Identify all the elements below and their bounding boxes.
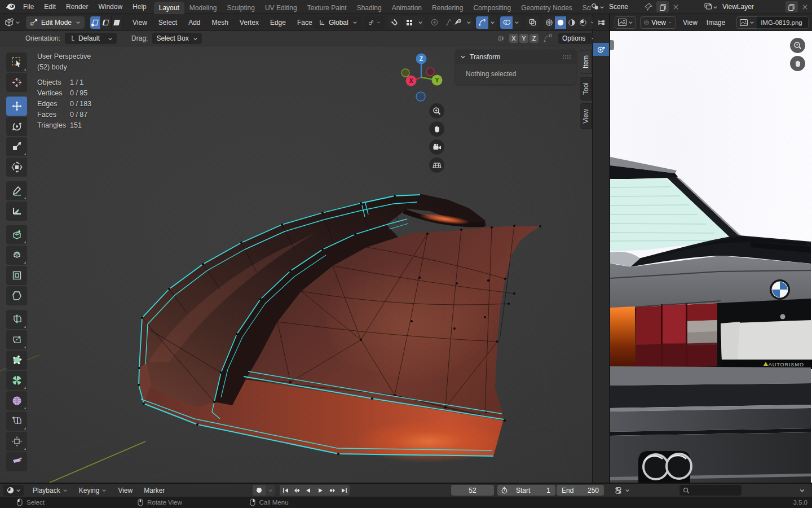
object-types-chevron[interactable] <box>465 16 473 29</box>
menu-select[interactable]: Select <box>153 19 183 27</box>
viewlayer-icon[interactable] <box>704 2 713 11</box>
workspace-tab-scripting[interactable]: Scripting <box>577 2 591 14</box>
toggle-xray-button[interactable] <box>526 16 539 29</box>
scene-icon[interactable] <box>590 2 599 11</box>
workspace-tab-shading[interactable]: Shading <box>352 2 387 14</box>
tool-loop-cut[interactable] <box>6 310 27 329</box>
snap-dropdown-chevron[interactable] <box>416 16 425 29</box>
mirror-icon[interactable] <box>496 34 506 43</box>
current-frame-field[interactable]: 52 <box>451 485 494 496</box>
camera-view-button[interactable] <box>429 139 444 155</box>
tool-inset[interactable] <box>6 266 27 285</box>
image-datablock-selector[interactable] <box>736 16 757 29</box>
tool-edge-slide[interactable] <box>6 411 27 431</box>
workspace-tab-texture-paint[interactable]: Texture Paint <box>302 2 352 14</box>
tool-scale[interactable] <box>6 137 27 156</box>
tool-knife[interactable] <box>6 330 27 349</box>
shading-rendered-button[interactable] <box>577 16 589 29</box>
workspace-tab-geometry-nodes[interactable]: Geometry Nodes <box>516 2 577 14</box>
region-gripper[interactable] <box>610 40 614 50</box>
select-mode-face-button[interactable] <box>112 16 122 29</box>
scene-copy-button[interactable] <box>656 1 669 12</box>
tool-transform[interactable] <box>6 157 27 177</box>
mesh-car-panel[interactable] <box>138 194 541 463</box>
image-editor-canvas[interactable]: AUTORISMO <box>610 31 812 483</box>
show-object-types-button[interactable] <box>451 16 465 29</box>
workspace-tab-animation[interactable]: Animation <box>387 2 427 14</box>
image-pin-selector[interactable] <box>615 487 630 494</box>
sidebar-tab-item[interactable]: Item <box>580 50 592 74</box>
tool-poly-build[interactable] <box>6 351 27 370</box>
gizmo-y-neg-axis[interactable] <box>401 69 409 77</box>
workspace-tab-sculpting[interactable]: Sculpting <box>222 2 260 14</box>
tool-move[interactable] <box>6 97 27 116</box>
scene-name[interactable]: Scene <box>609 3 628 11</box>
image-menu-image[interactable]: Image <box>702 19 730 27</box>
next-keyframe-button[interactable] <box>327 485 338 496</box>
timeline-menu-view[interactable]: View <box>112 487 138 494</box>
snap-projection-icon[interactable] <box>543 34 553 43</box>
zoom-button[interactable] <box>429 103 444 119</box>
viewlayer-copy-button[interactable] <box>785 1 798 12</box>
tool-cursor[interactable] <box>6 73 27 92</box>
timeline-menu-marker[interactable]: Marker <box>138 487 170 494</box>
overlays-chevron[interactable] <box>513 16 521 29</box>
select-mode-edge-button[interactable] <box>101 16 112 29</box>
viewport-3d[interactable]: User Perspective (52) body Objects1 / 1 … <box>0 46 592 483</box>
sidebar-tab-view[interactable]: View <box>580 103 592 129</box>
mirror-y-toggle[interactable]: Y <box>519 34 528 43</box>
viewlayer-remove-icon[interactable] <box>801 3 809 11</box>
tool-rotate[interactable] <box>6 117 27 136</box>
viewlayer-name[interactable]: ViewLayer <box>722 3 754 11</box>
image-zoom-button[interactable] <box>790 38 805 53</box>
gizmo-z-neg-axis[interactable] <box>416 92 425 101</box>
timeline-editor-type-button[interactable] <box>3 485 24 496</box>
menu-view[interactable]: View <box>127 19 153 27</box>
shading-wireframe-button[interactable] <box>544 16 555 29</box>
jump-end-button[interactable] <box>338 485 350 496</box>
tool-smooth[interactable] <box>6 391 27 410</box>
auto-keying-button[interactable] <box>253 485 266 496</box>
use-preview-range-button[interactable] <box>497 485 511 496</box>
tool-shrink-fatten[interactable] <box>6 432 27 451</box>
play-reverse-button[interactable] <box>302 485 314 496</box>
tool-bevel[interactable] <box>6 286 27 305</box>
tool-spin[interactable] <box>6 371 27 390</box>
shading-solid-button[interactable] <box>555 16 566 29</box>
viewlayer-browse-chevron[interactable] <box>713 5 718 10</box>
image-editor-type-button[interactable] <box>615 16 636 29</box>
image-search-input[interactable] <box>679 485 742 496</box>
prev-keyframe-button[interactable] <box>291 485 302 496</box>
snap-toggle-button[interactable] <box>388 16 401 29</box>
menu-window[interactable]: Window <box>93 0 127 14</box>
tool-add-cube[interactable] <box>6 225 27 244</box>
sidebar-tab-tool[interactable]: Tool <box>580 77 592 100</box>
frame-end-field[interactable]: End250 <box>557 485 604 496</box>
menu-help[interactable]: Help <box>127 0 152 14</box>
image-footer-chevron[interactable] <box>799 487 805 493</box>
menu-vertex[interactable]: Vertex <box>234 19 264 27</box>
scene-pin-icon[interactable] <box>644 2 653 11</box>
menu-mesh[interactable]: Mesh <box>206 19 234 27</box>
transform-orientation-dropdown[interactable]: Global <box>315 16 361 29</box>
navigation-gizmo[interactable]: Z X Y <box>398 46 444 103</box>
workspace-tab-uv-editing[interactable]: UV Editing <box>260 2 302 14</box>
tool-annotate[interactable] <box>6 181 27 200</box>
menu-edit[interactable]: Edit <box>39 0 61 14</box>
show-overlays-button[interactable] <box>500 16 513 29</box>
outliner-header[interactable] <box>593 14 609 31</box>
orientation-default-dropdown[interactable]: Default <box>65 33 117 44</box>
gizmo-chevron[interactable] <box>488 16 497 29</box>
blender-logo-icon[interactable] <box>5 2 16 14</box>
frame-start-field[interactable]: Start1 <box>511 485 555 496</box>
tool-extrude[interactable] <box>6 246 27 265</box>
proportional-editing-button[interactable] <box>427 16 441 29</box>
tool-measure[interactable] <box>6 202 27 221</box>
scene-unlink-icon[interactable] <box>672 3 679 11</box>
show-gizmo-button[interactable] <box>476 16 488 29</box>
ortho-toggle-button[interactable] <box>429 157 444 173</box>
workspace-tab-layout[interactable]: Layout <box>154 2 184 14</box>
play-button[interactable] <box>314 485 327 496</box>
timeline-menu-playback[interactable]: Playback <box>27 487 73 494</box>
select-mode-vertex-button[interactable] <box>90 16 101 29</box>
